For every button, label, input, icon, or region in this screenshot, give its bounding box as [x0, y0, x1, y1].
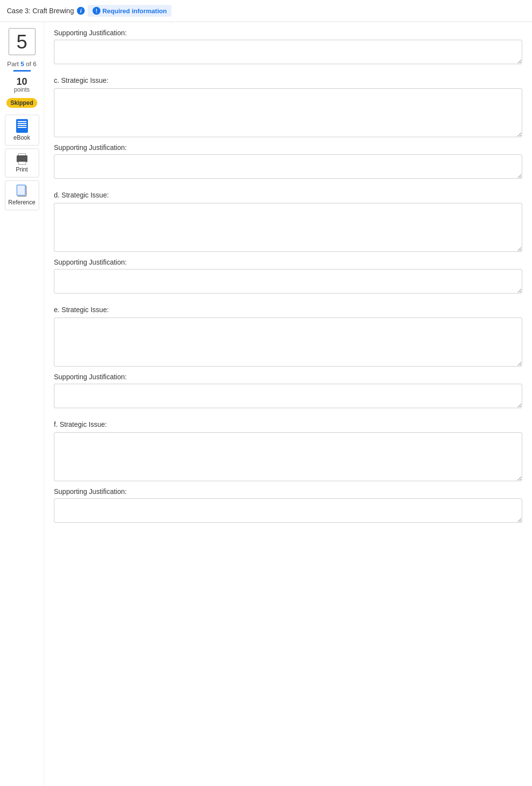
- reference-button[interactable]: Reference: [5, 180, 39, 210]
- points-label: points: [14, 86, 29, 93]
- section-e-letter: e. Strategic Issue:: [54, 306, 522, 314]
- top-supporting-section: Supporting Justification:: [54, 29, 522, 66]
- section-f-letter: f. Strategic Issue:: [54, 420, 522, 428]
- required-info-badge: ! Required information: [88, 5, 171, 17]
- section-c: c. Strategic Issue: Supporting Justifica…: [54, 76, 522, 180]
- print-icon: [16, 153, 28, 165]
- ebook-label: eBook: [13, 134, 30, 141]
- section-c-supporting-label: Supporting Justification:: [54, 144, 522, 151]
- section-e-strategic-textarea[interactable]: [54, 318, 522, 367]
- reference-icon: [17, 185, 27, 197]
- points-block: 10 points: [14, 76, 29, 93]
- case-title: Case 3: Craft Brewing: [7, 7, 74, 15]
- sidebar: 5 Part 5 of 6 10 points Skipped eBook Pr…: [0, 22, 44, 786]
- section-c-letter: c. Strategic Issue:: [54, 76, 522, 84]
- reference-label: Reference: [8, 199, 35, 206]
- section-e-supporting-textarea[interactable]: [54, 384, 522, 408]
- part-number-display: 5: [8, 28, 36, 55]
- section-d-strategic-textarea[interactable]: [54, 203, 522, 252]
- points-number: 10: [14, 76, 29, 86]
- required-info-label: Required information: [102, 7, 167, 15]
- info-icon[interactable]: i: [77, 7, 85, 15]
- top-bar: Case 3: Craft Brewing i ! Required infor…: [0, 0, 532, 22]
- part-underline: [13, 70, 31, 72]
- part-label: Part 5 of 6: [7, 60, 36, 68]
- ebook-icon: [16, 119, 28, 133]
- section-d-supporting-textarea[interactable]: [54, 269, 522, 294]
- section-d-supporting-label: Supporting Justification:: [54, 258, 522, 266]
- section-c-supporting-textarea[interactable]: [54, 154, 522, 179]
- section-d-letter: d. Strategic Issue:: [54, 191, 522, 199]
- print-button[interactable]: Print: [5, 148, 39, 177]
- skipped-badge: Skipped: [6, 98, 37, 108]
- section-f: f. Strategic Issue: Supporting Justifica…: [54, 420, 522, 524]
- section-d: d. Strategic Issue: Supporting Justifica…: [54, 191, 522, 295]
- section-e: e. Strategic Issue: Supporting Justifica…: [54, 306, 522, 410]
- main-content: Supporting Justification: c. Strategic I…: [44, 22, 532, 786]
- ebook-button[interactable]: eBook: [5, 115, 39, 146]
- main-layout: 5 Part 5 of 6 10 points Skipped eBook Pr…: [0, 22, 532, 786]
- top-supporting-label: Supporting Justification:: [54, 29, 522, 37]
- exclamation-icon: !: [93, 7, 100, 15]
- top-supporting-textarea[interactable]: [54, 40, 522, 64]
- section-c-strategic-textarea[interactable]: [54, 88, 522, 137]
- section-f-supporting-textarea[interactable]: [54, 498, 522, 523]
- section-e-supporting-label: Supporting Justification:: [54, 373, 522, 381]
- section-f-strategic-textarea[interactable]: [54, 432, 522, 481]
- print-label: Print: [16, 166, 28, 173]
- section-f-supporting-label: Supporting Justification:: [54, 488, 522, 495]
